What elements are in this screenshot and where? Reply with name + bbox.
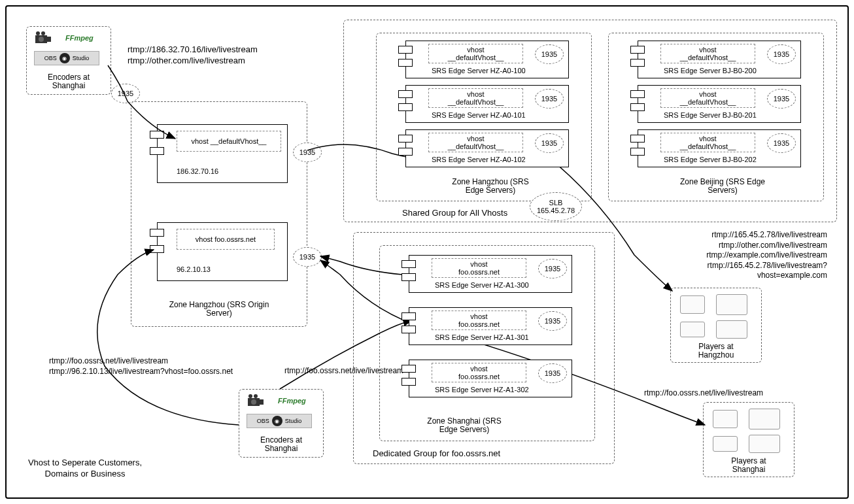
edge-server-name: SRS Edge Server HZ-A0-102 xyxy=(432,156,562,163)
edge-vhost: vhost __defaultVhost__ xyxy=(660,88,755,108)
url-mid: rtmp://foo.ossrs.net/live/livestream xyxy=(284,366,403,377)
uml-port-icon xyxy=(150,147,164,155)
uml-port-icon xyxy=(150,131,164,139)
edge-server-name: SRS Edge Server HZ-A1-302 xyxy=(435,386,566,394)
port-badge: 1935 xyxy=(535,44,564,64)
uml-port-icon xyxy=(150,229,164,237)
port-badge: 1935 xyxy=(293,143,322,162)
uml-port-icon xyxy=(398,148,413,156)
obs-logo: OBS ◉ Studio xyxy=(34,51,99,65)
edge-server-name: SRS Edge Server BJ-B0-201 xyxy=(664,111,794,119)
edge-server-name: SRS Edge Server HZ-A0-101 xyxy=(432,111,562,119)
edge-vhost: vhost foo.ossrs.net xyxy=(432,311,526,330)
camera-icon xyxy=(34,31,52,44)
uml-port-icon xyxy=(401,312,416,320)
players-hz-caption: Players at Hangzhou xyxy=(687,343,745,360)
uml-port-icon xyxy=(398,46,413,54)
edge-server-name: SRS Edge Server HZ-A1-300 xyxy=(435,281,566,289)
svg-rect-9 xyxy=(260,399,264,405)
port-badge: 1935 xyxy=(535,89,564,109)
uml-port-icon xyxy=(401,260,416,268)
port-badge: 1935 xyxy=(538,259,567,278)
svg-point-7 xyxy=(248,394,252,398)
url-right-single: rtmp://foo.ossrs.net/live/livestream xyxy=(644,388,763,399)
device-icon xyxy=(713,436,738,452)
players-sh-caption: Players at Shanghai xyxy=(719,457,778,474)
uml-port-icon xyxy=(630,103,645,111)
encoders-bottom-caption: Encoders at Shanghai xyxy=(248,436,314,453)
device-icon xyxy=(716,320,747,339)
origin-ip-1: 186.32.70.16 xyxy=(177,167,218,175)
uml-port-icon xyxy=(630,59,645,67)
device-icon xyxy=(680,295,705,314)
port-badge: 1935 xyxy=(535,133,564,153)
svg-point-6 xyxy=(251,399,256,405)
shared-group-title: Shared Group for All Vhosts xyxy=(402,208,507,219)
uml-port-icon xyxy=(401,273,416,281)
port-badge: 1935 xyxy=(767,89,796,109)
origin-ip-2: 96.2.10.13 xyxy=(177,265,211,273)
svg-point-2 xyxy=(36,31,40,35)
svg-point-1 xyxy=(39,37,44,42)
uml-port-icon xyxy=(398,90,413,98)
obs-logo: OBS ◉ Studio xyxy=(247,414,312,428)
dedicated-group-title: Dedicated Group for foo.ossrs.net xyxy=(373,448,500,460)
uml-port-icon xyxy=(398,135,413,143)
edge-server-name: SRS Edge Server HZ-A0-100 xyxy=(432,67,562,75)
device-icon xyxy=(749,435,780,453)
edge-vhost: vhost __defaultVhost__ xyxy=(428,88,523,108)
url-left: rtmp://foo.ossrs.net/live/livestream rtm… xyxy=(49,356,233,377)
uml-port-icon xyxy=(630,148,645,156)
port-badge: 1935 xyxy=(293,247,322,267)
ffmpeg-logo: FFmpeg xyxy=(278,397,306,405)
uml-port-icon xyxy=(401,365,416,373)
svg-rect-4 xyxy=(47,37,51,42)
camera-icon xyxy=(247,394,265,407)
svg-point-3 xyxy=(41,31,45,35)
diagram-title: Vhost to Seperate Customers, Domains or … xyxy=(20,458,150,480)
zone-hz-caption: Zone Hangzhou (SRS Edge Servers) xyxy=(445,178,536,195)
device-icon xyxy=(713,410,738,428)
edge-vhost: vhost __defaultVhost__ xyxy=(660,44,755,63)
edge-vhost: vhost __defaultVhost__ xyxy=(660,133,755,152)
origin-vhost-1: vhost __defaultVhost__ xyxy=(177,131,281,152)
slb-badge: SLB 165.45.2.78 xyxy=(530,192,582,221)
port-badge: 1935 xyxy=(111,84,140,103)
zone-bj-caption: Zone Beijing (SRS Edge Servers) xyxy=(677,178,768,195)
obs-icon: ◉ xyxy=(60,53,70,63)
uml-port-icon xyxy=(630,90,645,98)
zone-sh-caption: Zone Shanghai (SRS Edge Servers) xyxy=(418,417,510,434)
uml-port-icon xyxy=(630,46,645,54)
obs-icon: ◉ xyxy=(272,416,282,426)
edge-server-name: SRS Edge Server BJ-B0-202 xyxy=(664,156,794,163)
url-top: rtmp://186.32.70.16/live/livestream rtmp… xyxy=(128,44,258,67)
ffmpeg-logo: FFmpeg xyxy=(65,34,94,42)
uml-port-icon xyxy=(398,59,413,67)
edge-vhost: vhost __defaultVhost__ xyxy=(428,133,523,152)
edge-server-name: SRS Edge Server HZ-A1-301 xyxy=(435,333,566,341)
uml-port-icon xyxy=(150,245,164,253)
device-icon xyxy=(749,409,780,429)
port-badge: 1935 xyxy=(767,44,796,64)
edge-vhost: vhost foo.ossrs.net xyxy=(432,258,526,278)
uml-port-icon xyxy=(398,103,413,111)
port-badge: 1935 xyxy=(538,311,567,331)
uml-port-icon xyxy=(401,378,416,386)
origin-vhost-2: vhost foo.ossrs.net xyxy=(177,229,275,250)
edge-vhost: vhost foo.ossrs.net xyxy=(432,363,526,382)
encoders-top-caption: Encoders at Shanghai xyxy=(36,73,101,90)
url-right-block: rtmp://165.45.2.78/live/livestream rtmp:… xyxy=(654,230,827,281)
svg-point-8 xyxy=(254,394,258,398)
uml-port-icon xyxy=(630,135,645,143)
edge-server-name: SRS Edge Server BJ-B0-200 xyxy=(664,67,794,75)
device-icon xyxy=(680,322,705,337)
device-icon xyxy=(716,294,747,315)
edge-vhost: vhost __defaultVhost__ xyxy=(428,44,523,63)
port-badge: 1935 xyxy=(538,363,567,383)
uml-port-icon xyxy=(401,326,416,333)
port-badge: 1935 xyxy=(767,133,796,153)
origin-zone-caption: Zone Hangzhou (SRS Origin Server) xyxy=(167,301,271,318)
